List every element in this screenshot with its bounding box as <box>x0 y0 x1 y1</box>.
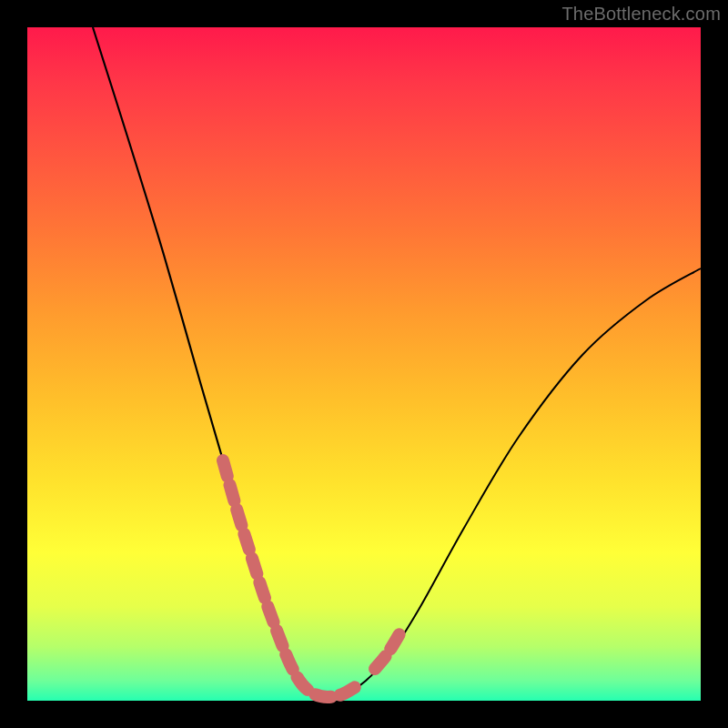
right-curve <box>328 268 701 697</box>
chart-svg <box>27 27 701 701</box>
marker-segment-1 <box>223 460 357 697</box>
watermark-text: TheBottleneck.com <box>561 4 721 25</box>
chart-stage: TheBottleneck.com <box>0 0 728 728</box>
left-curve <box>93 27 328 697</box>
marker-segment-2 <box>375 632 400 669</box>
